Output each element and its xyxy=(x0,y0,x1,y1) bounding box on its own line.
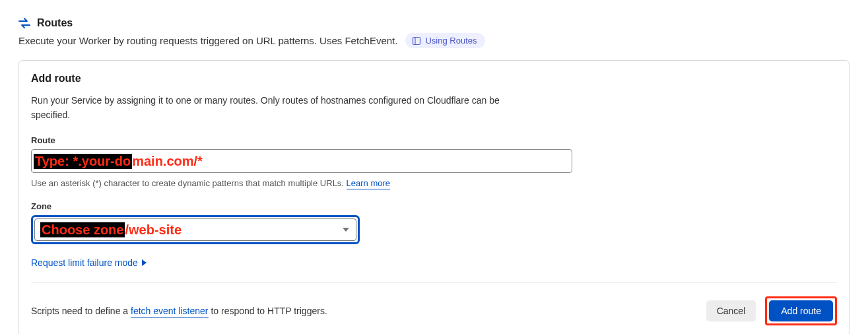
route-label: Route xyxy=(31,135,837,145)
request-limit-label: Request limit failure mode xyxy=(31,257,138,268)
add-route-button[interactable]: Add route xyxy=(769,300,833,321)
learn-more-link[interactable]: Learn more xyxy=(347,178,390,189)
card-description: Run your Service by assigning it to one … xyxy=(31,94,533,122)
divider xyxy=(31,283,837,283)
add-route-highlight-ring: Add route xyxy=(765,296,837,325)
zone-overlay-annotation: Choose zone/web-site xyxy=(40,222,182,238)
route-input[interactable] xyxy=(31,149,572,173)
route-helper-text: Use an asterisk (*) character to create … xyxy=(31,178,347,188)
card-title: Add route xyxy=(31,73,837,84)
zone-select[interactable]: Choose zone/web-site xyxy=(34,218,356,241)
using-routes-label: Using Routes xyxy=(425,36,477,46)
footer-text-before: Scripts need to define a xyxy=(31,306,131,316)
chevron-right-icon xyxy=(142,259,147,266)
add-route-card: Add route Run your Service by assigning … xyxy=(18,60,850,334)
request-limit-toggle[interactable]: Request limit failure mode xyxy=(31,257,147,268)
fetch-event-listener-link[interactable]: fetch event listener xyxy=(131,306,209,317)
cancel-button[interactable]: Cancel xyxy=(706,300,756,321)
zone-overlay-trail: /web-site xyxy=(125,222,182,238)
chevron-down-icon xyxy=(343,228,349,232)
swap-horizontal-icon xyxy=(18,18,30,28)
zone-overlay-highlight: Choose zone xyxy=(40,222,125,238)
zone-label: Zone xyxy=(31,201,837,211)
section-description: Execute your Worker by routing requests … xyxy=(18,35,397,46)
using-routes-pill[interactable]: Using Routes xyxy=(405,33,484,48)
section-title: Routes xyxy=(37,17,73,29)
book-icon xyxy=(412,36,421,46)
footer-text-after: to respond to HTTP triggers. xyxy=(209,306,327,316)
footer-text: Scripts need to define a fetch event lis… xyxy=(31,306,327,316)
svg-rect-0 xyxy=(413,37,420,44)
